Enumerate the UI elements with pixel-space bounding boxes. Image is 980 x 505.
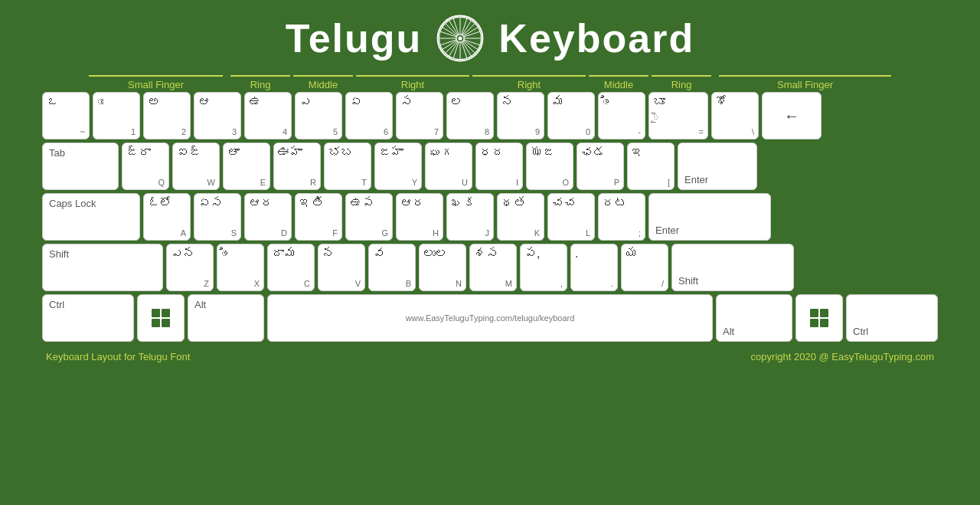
finger-label-ring-right: Ring — [652, 75, 711, 90]
finger-label-middle-right: Middle — [589, 75, 648, 90]
key-r[interactable]: ఊహాR — [273, 143, 321, 190]
svg-point-2 — [459, 36, 462, 40]
svg-rect-28 — [152, 309, 160, 317]
key-1[interactable]: ఁ1 — [93, 92, 140, 139]
windows-icon-right — [808, 307, 830, 329]
title-right: Keyboard — [498, 15, 694, 61]
key-a[interactable]: ఓలోA — [143, 193, 191, 241]
app-container: Telugu — [0, 0, 980, 362]
keyboard-row-3: Caps Lock ఓలోA ఏసS ఆరD ఇతిF ఉపG ఆరH ఖకJ … — [42, 193, 938, 241]
key-8[interactable]: ల8 — [446, 92, 494, 139]
finger-label-right-left: Right — [356, 75, 469, 90]
svg-rect-31 — [162, 319, 170, 327]
key-5[interactable]: ఎ5 — [295, 92, 342, 139]
key-c[interactable]: దామC — [267, 244, 315, 291]
key-win-right[interactable] — [795, 294, 843, 342]
key-u[interactable]: ఘగU — [425, 143, 472, 190]
keyboard-row-1: ఒ~ ఁ1 అ2 ఆ3 ఉ4 ఎ5 ఏ6 స7 ల8 న9 మ0 ిం- బూై… — [42, 92, 938, 139]
key-o[interactable]: ఝజO — [526, 143, 573, 190]
key-minus[interactable]: ిం- — [598, 92, 645, 139]
key-alt-left[interactable]: Alt — [188, 294, 264, 342]
key-spacebar[interactable]: www.EasyTeluguTyping.com/telugu/keyboard — [267, 294, 713, 342]
key-enter-wide[interactable]: Enter — [648, 193, 771, 241]
header: Telugu — [0, 0, 980, 71]
key-n[interactable]: లులN — [419, 244, 466, 291]
key-q[interactable]: జ్రాQ — [122, 143, 169, 190]
key-4[interactable]: ఉ4 — [244, 92, 292, 139]
key-shift-left[interactable]: Shift — [42, 244, 163, 291]
keyboard-row-4: Shift ఎనZ ింX దామC నV వB లులN శసM ప,, ..… — [42, 244, 938, 291]
key-w[interactable]: ఐజ్W — [172, 143, 220, 190]
footer: Keyboard Layout for Telugu Font copyrigh… — [0, 345, 980, 362]
key-p[interactable]: ఛడP — [577, 143, 624, 190]
key-slash[interactable]: య/ — [621, 244, 668, 291]
key-h[interactable]: ఆరH — [396, 193, 443, 241]
key-alt-right[interactable]: Alt — [716, 294, 792, 342]
keyboard-row-5: Ctrl Alt www.EasyTeluguTyping.com/telugu… — [42, 294, 938, 342]
key-v[interactable]: నV — [318, 244, 365, 291]
ashoka-wheel-icon — [436, 14, 485, 63]
finger-label-small-finger-right: Small Finger — [719, 75, 891, 90]
key-k[interactable]: థతK — [497, 193, 544, 241]
svg-rect-33 — [820, 309, 828, 317]
finger-labels: Small Finger Ring Middle Right Right Mid… — [0, 75, 980, 90]
key-t[interactable]: భబT — [324, 143, 371, 190]
key-j[interactable]: ఖకJ — [446, 193, 494, 241]
key-l[interactable]: చచL — [547, 193, 595, 241]
key-0[interactable]: మ0 — [547, 92, 595, 139]
key-9[interactable]: న9 — [497, 92, 544, 139]
key-tab[interactable]: Tab — [42, 143, 119, 190]
key-comma[interactable]: ప,, — [520, 244, 567, 291]
key-s[interactable]: ఏసS — [194, 193, 241, 241]
finger-label-ring-left: Ring — [230, 75, 290, 90]
key-2[interactable]: అ2 — [143, 92, 191, 139]
key-m[interactable]: శసM — [469, 244, 517, 291]
key-7[interactable]: స7 — [396, 92, 443, 139]
keyboard: ఒ~ ఁ1 అ2 ఆ3 ఉ4 ఎ5 ఏ6 స7 ల8 న9 మ0 ిం- బూై… — [0, 92, 980, 342]
key-b[interactable]: వB — [368, 244, 416, 291]
windows-icon-left — [150, 307, 172, 329]
finger-label-small-finger-left: Small Finger — [89, 75, 223, 90]
key-equals[interactable]: బూై= — [648, 92, 708, 139]
key-ctrl-left[interactable]: Ctrl — [42, 294, 134, 342]
key-shift-right[interactable]: Shift — [671, 244, 794, 291]
key-backspace[interactable]: ← — [762, 92, 822, 139]
key-caps-lock[interactable]: Caps Lock — [42, 193, 140, 241]
key-x[interactable]: ింX — [217, 244, 264, 291]
key-enter[interactable]: Enter — [678, 143, 757, 190]
key-3[interactable]: ఆ3 — [194, 92, 241, 139]
key-g[interactable]: ఉపG — [345, 193, 393, 241]
key-period[interactable]: .. — [570, 244, 618, 291]
key-6[interactable]: ఏ6 — [345, 92, 393, 139]
finger-label-right-right: Right — [472, 75, 586, 90]
svg-rect-34 — [810, 319, 818, 327]
title-left: Telugu — [286, 15, 423, 61]
key-bracket-open[interactable]: ఇ[ — [627, 143, 675, 190]
footer-right: copyright 2020 @ EasyTeluguTyping.com — [751, 351, 934, 362]
key-win-left[interactable] — [137, 294, 185, 342]
key-ctrl-right[interactable]: Ctrl — [846, 294, 938, 342]
key-backslash[interactable]: శో\ — [711, 92, 759, 139]
svg-rect-32 — [810, 309, 818, 317]
finger-label-middle-left: Middle — [293, 75, 353, 90]
key-semicolon[interactable]: రట; — [598, 193, 645, 241]
svg-rect-29 — [162, 309, 170, 317]
key-d[interactable]: ఆరD — [244, 193, 292, 241]
key-y[interactable]: జహాY — [374, 143, 422, 190]
footer-left: Keyboard Layout for Telugu Font — [46, 351, 190, 362]
key-e[interactable]: ఆాE — [223, 143, 270, 190]
key-f[interactable]: ఇతిF — [295, 193, 342, 241]
key-z[interactable]: ఎనZ — [166, 244, 214, 291]
svg-rect-30 — [152, 319, 160, 327]
key-backtick[interactable]: ఒ~ — [42, 92, 90, 139]
key-i[interactable]: ధదI — [475, 143, 523, 190]
svg-rect-35 — [820, 319, 828, 327]
keyboard-row-2: Tab జ్రాQ ఐజ్W ఆాE ఊహాR భబT జహాY ఘగU ధదI… — [42, 143, 938, 190]
